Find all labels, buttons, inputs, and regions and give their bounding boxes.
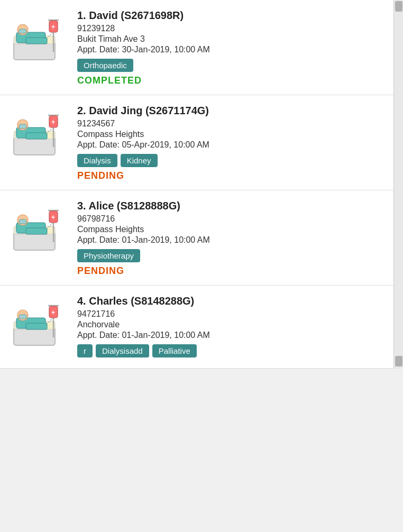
tags-row: DialysisKidney (77, 154, 385, 167)
patient-info: 2. David Jing (S2671174G)91234567Compass… (77, 105, 385, 181)
patient-phone: 94721716 (77, 309, 385, 319)
scrollbar-track[interactable] (393, 0, 403, 369)
svg-rect-35 (26, 228, 47, 234)
scrollbar-thumb-bottom[interactable] (395, 356, 402, 366)
patient-name: 3. Alice (S8128888G) (77, 200, 385, 212)
patient-name: 2. David Jing (S2671174G) (77, 105, 385, 117)
svg-rect-23 (26, 133, 47, 139)
svg-text:+: + (51, 214, 55, 221)
svg-rect-11 (26, 38, 47, 44)
patient-appt: Appt. Date: 30-Jan-2019, 10:00 AM (77, 45, 385, 54)
status-badge: PENDING (77, 170, 385, 181)
scrollbar-thumb-top[interactable] (395, 1, 402, 12)
svg-rect-47 (26, 323, 47, 329)
patient-card[interactable]: + 1. David (S2671698R)91239128Bukit Tima… (0, 0, 393, 95)
patient-phone: 91239128 (77, 24, 385, 33)
svg-text:+: + (51, 118, 55, 126)
patient-avatar: + (8, 105, 67, 163)
patient-info: 4. Charles (S8148288G)94721716Anchorvale… (77, 295, 385, 360)
patient-avatar: + (8, 200, 67, 258)
tags-row: Physiotherapy (77, 249, 385, 262)
cards-wrapper: + 1. David (S2671698R)91239128Bukit Tima… (0, 0, 393, 369)
patient-info: 1. David (S2671698R)91239128Bukit Timah … (77, 10, 385, 86)
patient-address: Compass Heights (77, 130, 385, 139)
patient-address: Anchorvale (77, 320, 385, 329)
patient-name: 4. Charles (S8148288G) (77, 295, 385, 307)
patient-card[interactable]: + 2. David Jing (S2671174G)91234567Compa… (0, 95, 393, 190)
svg-rect-41 (19, 315, 26, 319)
patient-phone: 96798716 (77, 214, 385, 224)
svg-text:+: + (51, 309, 55, 316)
status-badge: COMPLETED (77, 75, 385, 86)
patient-card[interactable]: + 4. Charles (S8148288G)94721716Anchorva… (0, 286, 393, 369)
patient-phone: 91234567 (77, 119, 385, 129)
svg-rect-29 (19, 219, 26, 224)
tag-badge[interactable]: Palliative (152, 344, 197, 357)
tag-badge[interactable]: Dialysis (77, 154, 117, 167)
patient-address: Compass Heights (77, 225, 385, 234)
patient-list: + 1. David (S2671698R)91239128Bukit Tima… (0, 0, 403, 369)
svg-text:+: + (51, 23, 55, 31)
tags-row: rDialysisaddPalliative (77, 344, 385, 357)
patient-appt: Appt. Date: 01-Jan-2019, 10:00 AM (77, 331, 385, 340)
tags-row: Orthopaedic (77, 59, 385, 72)
tag-badge[interactable]: Dialysisadd (96, 344, 149, 357)
status-badge: PENDING (77, 265, 385, 277)
tag-badge[interactable]: Kidney (121, 154, 158, 167)
patient-avatar: + (8, 10, 67, 68)
svg-rect-5 (19, 29, 26, 33)
patient-card[interactable]: + 3. Alice (S8128888G)96798716Compass He… (0, 190, 393, 286)
patient-address: Bukit Timah Ave 3 (77, 34, 385, 44)
patient-appt: Appt. Date: 05-Apr-2019, 10:00 AM (77, 140, 385, 150)
svg-rect-17 (19, 124, 26, 129)
patient-info: 3. Alice (S8128888G)96798716Compass Heig… (77, 200, 385, 277)
patient-name: 1. David (S2671698R) (77, 10, 385, 22)
tag-badge[interactable]: Orthopaedic (77, 59, 133, 72)
patient-avatar: + (8, 295, 67, 353)
tag-badge[interactable]: r (77, 344, 93, 357)
tag-badge[interactable]: Physiotherapy (77, 249, 140, 262)
patient-appt: Appt. Date: 01-Jan-2019, 10:00 AM (77, 235, 385, 245)
